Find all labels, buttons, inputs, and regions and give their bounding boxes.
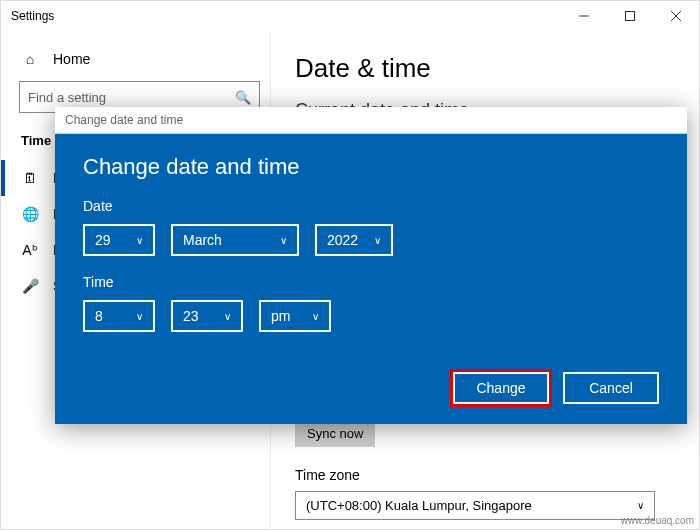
cancel-button[interactable]: Cancel	[563, 372, 659, 404]
page-title: Date & time	[295, 53, 675, 84]
chevron-down-icon: ∨	[136, 235, 143, 246]
dialog-heading: Change date and time	[83, 154, 659, 180]
change-date-time-dialog: Change date and time Change date and tim…	[55, 107, 687, 424]
globe-icon: 🌐	[21, 206, 39, 222]
watermark: www.deuaq.com	[621, 515, 694, 526]
chevron-down-icon: ∨	[637, 500, 644, 511]
dialog-buttons: Change Cancel	[83, 372, 659, 404]
chevron-down-icon: ∨	[280, 235, 287, 246]
window-title: Settings	[11, 9, 54, 23]
date-selects: 29 ∨ March ∨ 2022 ∨	[83, 224, 659, 256]
language-icon: Aᵇ	[21, 242, 39, 258]
timezone-select[interactable]: (UTC+08:00) Kuala Lumpur, Singapore ∨	[295, 491, 655, 520]
chevron-down-icon: ∨	[224, 311, 231, 322]
minute-value: 23	[183, 308, 199, 324]
month-select[interactable]: March ∨	[171, 224, 299, 256]
day-value: 29	[95, 232, 111, 248]
mic-icon: 🎤	[21, 278, 39, 294]
day-select[interactable]: 29 ∨	[83, 224, 155, 256]
search-icon: 🔍	[235, 90, 251, 105]
month-value: March	[183, 232, 222, 248]
home-label: Home	[53, 51, 90, 67]
hour-value: 8	[95, 308, 103, 324]
titlebar: Settings	[1, 1, 699, 31]
chevron-down-icon: ∨	[136, 311, 143, 322]
minimize-button[interactable]	[561, 1, 607, 31]
minute-select[interactable]: 23 ∨	[171, 300, 243, 332]
time-selects: 8 ∨ 23 ∨ pm ∨	[83, 300, 659, 332]
ampm-select[interactable]: pm ∨	[259, 300, 331, 332]
timezone-label: Time zone	[295, 467, 675, 483]
dialog-body: Change date and time Date 29 ∨ March ∨ 2…	[55, 134, 687, 424]
chevron-down-icon: ∨	[374, 235, 381, 246]
svg-rect-1	[626, 12, 635, 21]
date-label: Date	[83, 198, 659, 214]
chevron-down-icon: ∨	[312, 311, 319, 322]
sync-now-button[interactable]: Sync now	[295, 420, 375, 447]
change-button[interactable]: Change	[453, 372, 549, 404]
ampm-value: pm	[271, 308, 290, 324]
maximize-button[interactable]	[607, 1, 653, 31]
dialog-titlebar: Change date and time	[55, 107, 687, 134]
time-label: Time	[83, 274, 659, 290]
window-controls	[561, 1, 699, 31]
calendar-icon: 🗓	[21, 170, 39, 186]
timezone-value: (UTC+08:00) Kuala Lumpur, Singapore	[306, 498, 532, 513]
home-link[interactable]: ⌂ Home	[19, 45, 260, 81]
year-value: 2022	[327, 232, 358, 248]
search-placeholder: Find a setting	[28, 90, 106, 105]
close-button[interactable]	[653, 1, 699, 31]
year-select[interactable]: 2022 ∨	[315, 224, 393, 256]
home-icon: ⌂	[21, 51, 39, 67]
hour-select[interactable]: 8 ∨	[83, 300, 155, 332]
